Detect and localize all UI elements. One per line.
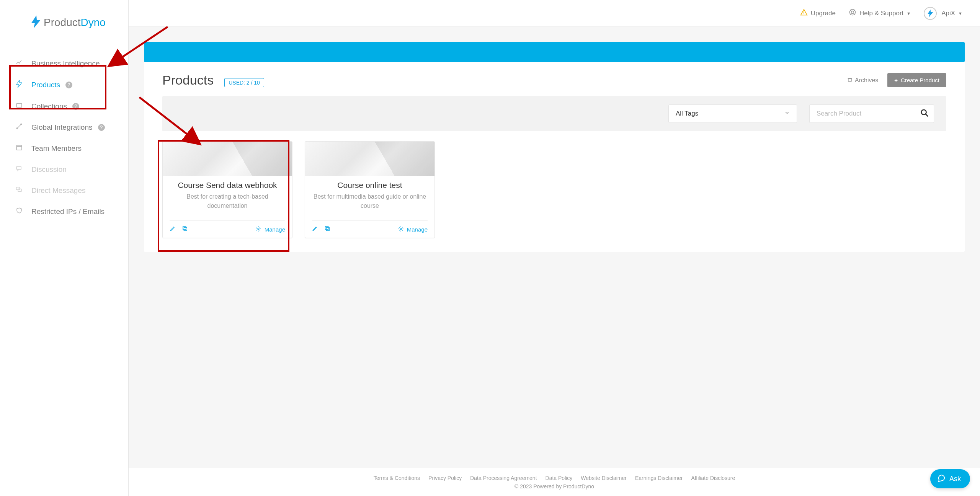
product-footer: Manage xyxy=(170,220,285,238)
gear-icon xyxy=(255,226,261,233)
sidebar-item-label: Team Members xyxy=(31,144,82,153)
calendar-icon xyxy=(14,144,24,153)
edit-icon[interactable] xyxy=(170,225,176,233)
svg-rect-7 xyxy=(16,145,22,150)
search-icon xyxy=(920,109,929,119)
svg-point-25 xyxy=(400,228,402,230)
sidebar-item-restricted-ips-emails[interactable]: Restricted IPs / Emails xyxy=(0,201,128,222)
product-description: Best for multimedia based guide or onlin… xyxy=(313,192,427,210)
sidebar-item-label: Collections xyxy=(31,102,67,111)
product-description: Best for creating a tech-based documenta… xyxy=(170,192,284,210)
chat-icon xyxy=(14,165,24,174)
warning-triangle-icon xyxy=(800,8,808,18)
help-icon[interactable]: ? xyxy=(65,82,72,88)
svg-rect-9 xyxy=(16,166,21,170)
footer-link[interactable]: Data Policy xyxy=(546,475,573,481)
create-product-button[interactable]: + Create Product xyxy=(887,73,946,87)
caret-down-icon: ▼ xyxy=(958,11,962,16)
page-title: Products xyxy=(162,73,214,88)
sidebar-item-label: Restricted IPs / Emails xyxy=(31,207,105,216)
footer-link[interactable]: Terms & Conditions xyxy=(374,475,420,481)
svg-point-18 xyxy=(921,110,926,115)
gear-icon xyxy=(398,226,404,233)
caret-down-icon: ▼ xyxy=(906,11,911,16)
svg-rect-20 xyxy=(184,227,187,230)
sidebar-item-global-integrations[interactable]: Global Integrations? xyxy=(0,117,128,138)
manage-label: Manage xyxy=(265,226,285,233)
tag-selected-label: All Tags xyxy=(676,110,698,117)
sidebar-item-label: Global Integrations xyxy=(31,123,93,132)
search-group xyxy=(809,104,934,123)
product-thumbnail xyxy=(305,142,434,176)
svg-rect-4 xyxy=(16,104,22,108)
svg-rect-23 xyxy=(326,227,329,230)
copy-icon[interactable] xyxy=(182,225,188,233)
upgrade-link[interactable]: Upgrade xyxy=(800,8,836,18)
footer-link[interactable]: Privacy Policy xyxy=(428,475,462,481)
manage-link[interactable]: Manage xyxy=(255,226,285,233)
chevron-down-icon xyxy=(784,110,790,117)
svg-rect-17 xyxy=(848,79,851,81)
manage-link[interactable]: Manage xyxy=(398,226,428,233)
svg-point-3 xyxy=(21,60,21,61)
archives-link[interactable]: Archives xyxy=(847,77,878,84)
topbar: Upgrade Help & Support ▼ ApiX ▼ xyxy=(129,0,980,27)
sidebar-item-direct-messages[interactable]: Direct Messages xyxy=(0,180,128,201)
sidebar-item-label: Business Intelligence xyxy=(31,59,100,68)
product-body: Course Send data webhookBest for creatin… xyxy=(163,176,292,220)
brand-name: ProductDyno xyxy=(44,16,106,29)
product-card[interactable]: Course online testBest for multimedia ba… xyxy=(305,141,435,238)
sidebar-item-team-members[interactable]: Team Members xyxy=(0,138,128,159)
usage-badge: USED: 2 / 10 xyxy=(224,78,264,87)
ask-label: Ask xyxy=(949,475,961,483)
product-body: Course online testBest for multimedia ba… xyxy=(305,176,434,220)
sidebar-item-label: Direct Messages xyxy=(31,186,86,195)
sidebar-item-label: Discussion xyxy=(31,165,67,174)
sidebar-item-products[interactable]: Products? xyxy=(0,74,128,96)
svg-point-1 xyxy=(18,62,18,62)
avatar xyxy=(924,7,937,20)
annotation-arrow-1 xyxy=(106,27,172,69)
footer-link[interactable]: Affiliate Disclosure xyxy=(691,475,735,481)
svg-line-19 xyxy=(925,114,928,116)
main-content: Products USED: 2 / 10 Archives + Create … xyxy=(129,27,980,496)
help-support-menu[interactable]: Help & Support ▼ xyxy=(849,8,911,18)
help-label: Help & Support xyxy=(859,10,903,17)
svg-rect-16 xyxy=(848,78,852,78)
edit-icon[interactable] xyxy=(312,225,318,233)
messages-icon xyxy=(14,186,24,195)
search-button[interactable] xyxy=(915,104,934,123)
product-title: Course online test xyxy=(313,181,427,190)
svg-point-22 xyxy=(258,228,259,230)
footer-link[interactable]: Data Processing Agreement xyxy=(470,475,537,481)
product-card[interactable]: Course Send data webhookBest for creatin… xyxy=(162,141,292,238)
panel-header: Products USED: 2 / 10 Archives + Create … xyxy=(162,73,946,88)
user-menu[interactable]: ApiX ▼ xyxy=(924,7,962,20)
create-product-label: Create Product xyxy=(901,77,939,83)
sidebar-item-label: Products xyxy=(31,81,60,89)
help-icon[interactable]: ? xyxy=(72,103,79,110)
product-title: Course Send data webhook xyxy=(170,181,284,190)
footer-brand-link[interactable]: ProductDyno xyxy=(563,483,594,489)
help-icon[interactable]: ? xyxy=(98,124,105,131)
ask-chat-widget[interactable]: Ask xyxy=(930,469,970,488)
tools-icon xyxy=(14,123,24,132)
footer-links: Terms & ConditionsPrivacy PolicyData Pro… xyxy=(374,475,735,481)
bolt-icon xyxy=(14,80,24,90)
copy-icon[interactable] xyxy=(324,225,330,233)
header-banner xyxy=(144,42,965,62)
tag-filter-select[interactable]: All Tags xyxy=(668,104,797,123)
footer-link[interactable]: Earnings Disclaimer xyxy=(635,475,683,481)
bolt-icon xyxy=(31,15,41,30)
footer-link[interactable]: Website Disclaimer xyxy=(581,475,627,481)
chat-bubble-icon xyxy=(937,474,946,484)
sidebar-item-collections[interactable]: Collections? xyxy=(0,96,128,117)
products-panel: Products USED: 2 / 10 Archives + Create … xyxy=(144,62,965,252)
svg-rect-21 xyxy=(183,227,186,230)
search-input[interactable] xyxy=(809,104,915,123)
upgrade-label: Upgrade xyxy=(811,10,836,17)
shield-icon xyxy=(14,207,24,216)
manage-label: Manage xyxy=(407,226,428,233)
sidebar: ProductDyno Business IntelligenceProduct… xyxy=(0,0,129,496)
sidebar-item-discussion[interactable]: Discussion xyxy=(0,159,128,180)
